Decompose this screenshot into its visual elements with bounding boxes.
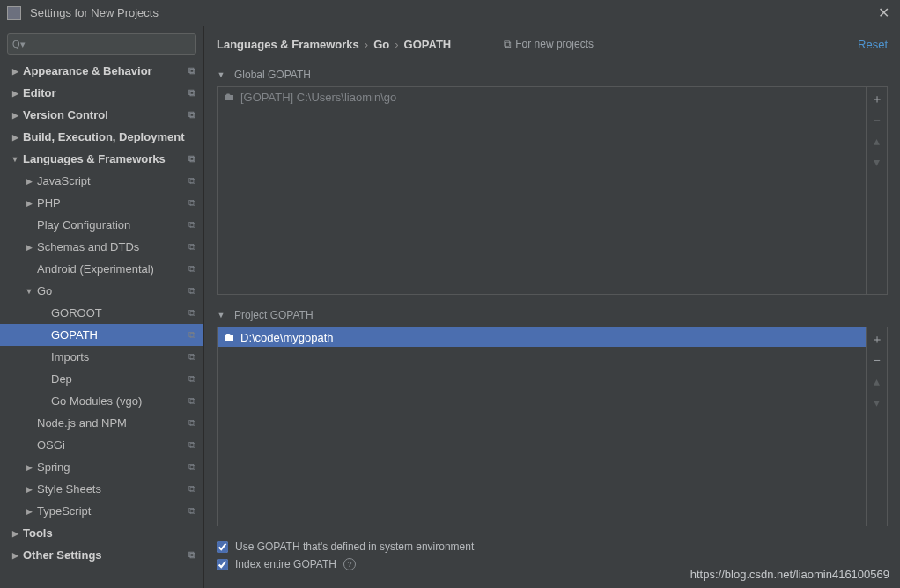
tree-item-label: GOPATH [51,328,186,342]
tree-item-dep[interactable]: ▶Dep⧉ [0,368,203,390]
tree-item-tools[interactable]: ▶Tools [0,522,203,544]
use-system-gopath-checkbox[interactable]: Use GOPATH that's defined in system envi… [217,540,888,553]
global-gopath-list[interactable]: 🖿[GOPATH] C:\Users\liaomin\go [218,87,866,294]
tree-item-label: Version Control [23,108,186,121]
help-icon[interactable]: ? [343,558,356,570]
tree-item-gopath[interactable]: ▶GOPATH⧉ [0,324,203,346]
tree-item-label: Schemas and DTDs [37,240,186,254]
breadcrumb: Languages & Frameworks › Go › GOPATH [217,38,451,51]
global-gopath-header[interactable]: ▼ Global GOPATH [217,62,888,86]
tree-item-android-experimental-[interactable]: ▶Android (Experimental)⧉ [0,258,203,280]
project-gopath-header[interactable]: ▼ Project GOPATH [217,302,888,327]
tree-item-label: Go Modules (vgo) [51,394,186,408]
add-icon[interactable]: ＋ [871,92,883,105]
tree-item-version-control[interactable]: ▶Version Control⧉ [0,104,203,126]
copy-icon: ⧉ [186,241,198,253]
project-gopath-list[interactable]: 🖿D:\code\mygopath [218,327,866,526]
copy-icon: ⧉ [186,219,198,231]
chevron-right-icon: ▶ [25,243,33,252]
breadcrumb-item: GOPATH [404,38,452,51]
chevron-down-icon: ▼ [25,287,33,296]
tree-item-goroot[interactable]: ▶GOROOT⧉ [0,302,203,324]
folder-icon: 🖿 [225,91,235,103]
remove-icon[interactable]: − [873,114,880,126]
copy-icon: ⧉ [186,549,198,561]
chevron-right-icon: ▶ [25,463,33,472]
tree-item-label: Spring [37,460,186,474]
tree-item-other-settings[interactable]: ▶Other Settings⧉ [0,544,203,566]
content-pane: Languages & Frameworks › Go › GOPATH ⧉ F… [204,26,900,588]
chevron-down-icon: ▼ [217,311,225,320]
tree-item-label: Languages & Frameworks [23,152,186,165]
tree-item-imports[interactable]: ▶Imports⧉ [0,346,203,368]
copy-icon: ⧉ [186,175,198,187]
list-item[interactable]: 🖿D:\code\mygopath [218,327,866,347]
tree-item-typescript[interactable]: ▶TypeScript⧉ [0,500,203,522]
copy-icon: ⧉ [186,351,198,363]
tree-item-label: Other Settings [23,548,186,562]
tree-item-schemas-and-dtds[interactable]: ▶Schemas and DTDs⧉ [0,236,203,258]
copy-icon: ⧉ [186,153,198,165]
checkbox-input[interactable] [217,559,228,570]
copy-icon: ⧉ [186,417,198,429]
tree-item-style-sheets[interactable]: ▶Style Sheets⧉ [0,478,203,500]
tree-item-languages-frameworks[interactable]: ▼Languages & Frameworks⧉ [0,148,203,170]
tree-item-php[interactable]: ▶PHP⧉ [0,192,203,214]
chevron-down-icon: ▼ [217,70,225,79]
chevron-right-icon: ▶ [11,133,19,142]
move-down-icon[interactable]: ▾ [874,396,880,408]
reset-link[interactable]: Reset [858,38,888,51]
copy-icon: ⧉ [186,109,198,121]
tree-item-label: GOROOT [51,306,186,320]
sidebar: Q▾ ▶Appearance & Behavior⧉▶Editor⧉▶Versi… [0,26,204,588]
app-icon [7,6,21,20]
chevron-right-icon: ▶ [11,89,19,98]
add-icon[interactable]: ＋ [871,333,883,345]
tree-item-appearance-behavior[interactable]: ▶Appearance & Behavior⧉ [0,60,203,82]
tree-item-label: Imports [51,350,186,364]
tree-item-spring[interactable]: ▶Spring⧉ [0,456,203,478]
titlebar: Settings for New Projects ✕ [0,0,900,26]
move-up-icon[interactable]: ▴ [874,375,880,387]
tree-item-node-js-and-npm[interactable]: ▶Node.js and NPM⧉ [0,412,203,434]
tree-item-play-configuration[interactable]: ▶Play Configuration⧉ [0,214,203,236]
for-new-projects-label: ⧉ For new projects [504,38,594,50]
global-gopath-controls: ＋ − ▴ ▾ [866,87,887,294]
list-item[interactable]: 🖿[GOPATH] C:\Users\liaomin\go [218,87,866,107]
tree-item-label: Go [37,284,186,298]
tree-item-javascript[interactable]: ▶JavaScript⧉ [0,170,203,192]
chevron-right-icon: ▶ [25,507,33,516]
chevron-down-icon: ▼ [11,155,19,164]
copy-icon: ⧉ [186,285,198,297]
close-icon[interactable]: ✕ [874,4,893,21]
chevron-right-icon: ▶ [11,551,19,560]
list-item-label: D:\code\mygopath [240,331,334,344]
move-down-icon[interactable]: ▾ [874,156,880,168]
breadcrumb-item: Go [373,38,389,51]
copy-icon: ⧉ [186,395,198,407]
tree-item-label: Android (Experimental) [37,262,186,276]
move-up-icon[interactable]: ▴ [874,135,880,147]
tree-item-osgi[interactable]: ▶OSGi⧉ [0,434,203,456]
tree-item-label: OSGi [37,438,186,452]
tree-item-build-execution-deployment[interactable]: ▶Build, Execution, Deployment [0,126,203,148]
tree-item-go[interactable]: ▼Go⧉ [0,280,203,302]
folder-icon: 🖿 [225,331,235,343]
checkbox-input[interactable] [217,541,228,553]
remove-icon[interactable]: − [873,354,880,366]
breadcrumb-item: Languages & Frameworks [217,38,359,51]
copy-icon: ⧉ [186,263,198,275]
tree-item-editor[interactable]: ▶Editor⧉ [0,82,203,104]
copy-icon: ⧉ [186,461,198,473]
search-input[interactable] [7,33,196,55]
tree-item-label: TypeScript [37,504,186,518]
tree-item-label: Editor [23,86,186,99]
tree-item-go-modules-vgo-[interactable]: ▶Go Modules (vgo)⧉ [0,390,203,412]
global-gopath-panel: 🖿[GOPATH] C:\Users\liaomin\go ＋ − ▴ ▾ [217,86,888,295]
copy-icon: ⧉ [186,87,198,99]
content-header: Languages & Frameworks › Go › GOPATH ⧉ F… [204,26,900,62]
tree-item-label: Style Sheets [37,482,186,496]
chevron-right-icon: ▶ [11,111,19,120]
chevron-right-icon: ▶ [25,177,33,186]
copy-icon: ⧉ [504,38,512,50]
